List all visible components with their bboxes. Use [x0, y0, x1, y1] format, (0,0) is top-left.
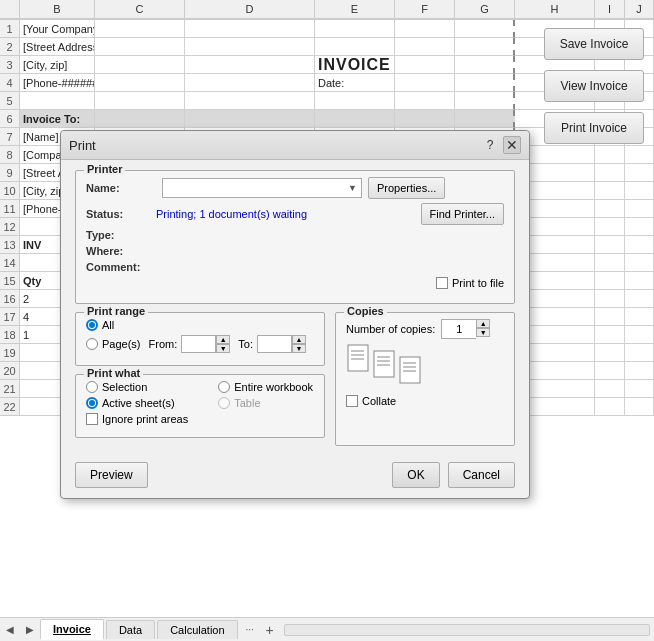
where-row: Where: [86, 245, 504, 257]
from-label: From: [149, 338, 178, 350]
active-sheets-label: Active sheet(s) [102, 397, 175, 409]
to-input-wrap: ▲ ▼ [257, 335, 306, 353]
copies-section: Copies Number of copies: 1 ▲ ▼ [335, 312, 515, 446]
view-invoice-button[interactable]: View Invoice [544, 70, 644, 102]
print-to-file-label: Print to file [452, 277, 504, 289]
ok-button[interactable]: OK [392, 462, 439, 488]
dialog-close-button[interactable]: ✕ [503, 136, 521, 154]
copy-icons [346, 343, 504, 387]
preview-button[interactable]: Preview [75, 462, 148, 488]
printer-section: Printer Name: ▼ Properties... Status: Pr… [75, 170, 515, 304]
pages-label: Page(s) [102, 338, 141, 350]
pages-radio-row: Page(s) From: ▲ ▼ To: [86, 335, 314, 353]
col-header-f: F [395, 0, 455, 19]
print-dialog: Print ? ✕ Printer Name: ▼ Properties... … [60, 130, 530, 499]
footer-right: OK Cancel [392, 462, 515, 488]
entire-workbook-radio[interactable] [218, 381, 230, 393]
ignore-print-areas-label: Ignore print areas [102, 413, 188, 425]
col-header-c: C [95, 0, 185, 19]
to-label: To: [238, 338, 253, 350]
print-what-right: Entire workbook Table [218, 381, 313, 429]
find-printer-button[interactable]: Find Printer... [421, 203, 504, 225]
pages-radio[interactable] [86, 338, 98, 350]
col-header-i: I [595, 0, 625, 19]
tab-nav-right-button[interactable]: ▶ [20, 620, 40, 640]
copy-page-icon-3 [394, 351, 422, 387]
left-col: Print range All Page(s) From: [75, 312, 325, 446]
active-sheets-radio[interactable] [86, 397, 98, 409]
dialog-title: Print [69, 138, 96, 153]
tab-invoice[interactable]: Invoice [40, 619, 104, 640]
dropdown-arrow-icon: ▼ [348, 183, 357, 193]
all-radio-row: All [86, 319, 314, 331]
tab-more-button[interactable]: ··· [240, 620, 260, 640]
entire-workbook-radio-row: Entire workbook [218, 381, 313, 393]
print-what-label: Print what [84, 367, 143, 379]
tab-data[interactable]: Data [106, 620, 155, 639]
copies-spin-down[interactable]: ▼ [476, 328, 490, 337]
from-input[interactable] [181, 335, 216, 353]
entire-workbook-label: Entire workbook [234, 381, 313, 393]
tab-nav-left-button[interactable]: ◀ [0, 620, 20, 640]
print-what-section: Print what Selection Active s [75, 374, 325, 438]
tab-bar: ◀ ▶ Invoice Data Calculation ··· + [0, 617, 654, 641]
horizontal-scrollbar[interactable] [284, 624, 650, 636]
selection-radio-row: Selection [86, 381, 188, 393]
tab-add-button[interactable]: + [260, 620, 280, 640]
where-label: Where: [86, 245, 156, 257]
selection-radio[interactable] [86, 381, 98, 393]
comment-row: Comment: [86, 261, 504, 273]
corner-cell [0, 0, 20, 19]
col-header-j: J [625, 0, 654, 19]
to-input[interactable] [257, 335, 292, 353]
dialog-help-button[interactable]: ? [481, 136, 499, 154]
save-invoice-button[interactable]: Save Invoice [544, 28, 644, 60]
col-header-g: G [455, 0, 515, 19]
copies-input[interactable]: 1 [441, 319, 476, 339]
all-radio[interactable] [86, 319, 98, 331]
properties-button[interactable]: Properties... [368, 177, 445, 199]
col-header-d: D [185, 0, 315, 19]
svg-rect-4 [374, 351, 394, 377]
copies-spin-up[interactable]: ▲ [476, 319, 490, 328]
print-to-file-checkbox[interactable] [436, 277, 448, 289]
collate-checkbox[interactable] [346, 395, 358, 407]
print-invoice-button[interactable]: Print Invoice [544, 112, 644, 144]
status-row: Status: Printing; 1 document(s) waiting … [86, 203, 504, 225]
table-radio-row: Table [218, 397, 313, 409]
svg-rect-8 [400, 357, 420, 383]
table-label: Table [234, 397, 260, 409]
col-header-h: H [515, 0, 595, 19]
printer-name-row: Name: ▼ Properties... [86, 177, 504, 199]
ignore-print-areas-checkbox[interactable] [86, 413, 98, 425]
status-label: Status: [86, 208, 156, 220]
active-sheets-radio-row: Active sheet(s) [86, 397, 188, 409]
printer-dropdown[interactable]: ▼ [162, 178, 362, 198]
from-input-wrap: ▲ ▼ [181, 335, 230, 353]
print-what-cols: Selection Active sheet(s) Ignore print [86, 381, 314, 429]
collate-label: Collate [362, 395, 396, 407]
type-label: Type: [86, 229, 156, 241]
col-headers: B C D E F G H I J [0, 0, 654, 20]
dialog-controls: ? ✕ [481, 136, 521, 154]
to-spin-down[interactable]: ▼ [292, 344, 306, 353]
all-label: All [102, 319, 114, 331]
copies-input-wrap: 1 ▲ ▼ [441, 319, 490, 339]
collate-row: Collate [346, 395, 504, 407]
svg-rect-0 [348, 345, 368, 371]
to-spin-up[interactable]: ▲ [292, 335, 306, 344]
from-spin-up[interactable]: ▲ [216, 335, 230, 344]
type-row: Type: [86, 229, 504, 241]
print-what-left: Selection Active sheet(s) Ignore print [86, 381, 188, 429]
table-radio[interactable] [218, 397, 230, 409]
selection-label: Selection [102, 381, 147, 393]
from-spin-down[interactable]: ▼ [216, 344, 230, 353]
side-buttons: Save Invoice View Invoice Print Invoice [544, 28, 644, 144]
dialog-body: Printer Name: ▼ Properties... Status: Pr… [61, 160, 529, 456]
ignore-print-areas-row: Ignore print areas [86, 413, 188, 425]
comment-label: Comment: [86, 261, 156, 273]
copies-spinners: ▲ ▼ [476, 319, 490, 337]
tab-calculation[interactable]: Calculation [157, 620, 237, 639]
cancel-button[interactable]: Cancel [448, 462, 515, 488]
dialog-title-bar: Print ? ✕ [61, 131, 529, 160]
